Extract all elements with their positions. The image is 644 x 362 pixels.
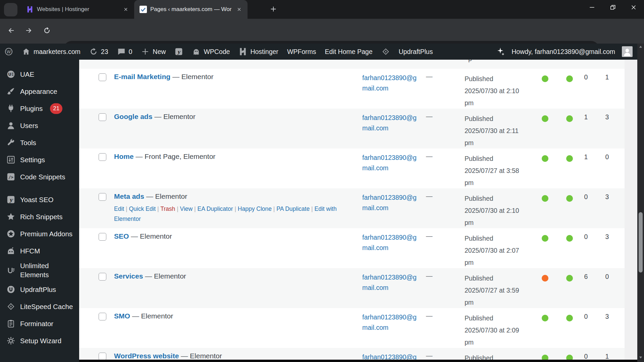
scroll-up-icon[interactable] xyxy=(637,44,644,51)
row-action-edit[interactable]: Edit xyxy=(114,205,124,212)
adminbar-updates[interactable]: 23 xyxy=(85,44,113,60)
scroll-down-icon[interactable] xyxy=(637,355,644,361)
author-link[interactable]: farhan0123890@gmail.com xyxy=(362,192,422,213)
sidebar-item-unlimited-elements[interactable]: Unlimited Elements xyxy=(0,259,79,281)
row-action-view[interactable]: View xyxy=(180,205,193,212)
adminbar-wpcode[interactable]: WPCode xyxy=(187,44,234,60)
count-column-1: 0 xyxy=(581,193,591,201)
page-title-link[interactable]: Home xyxy=(114,153,133,160)
adminbar-hostinger[interactable]: Hostinger xyxy=(234,44,282,60)
back-button[interactable] xyxy=(4,24,18,38)
yoast-icon: y xyxy=(174,47,183,56)
page-title-link[interactable]: SEO xyxy=(114,232,129,240)
browser-tabstrip: Websites | HostingerPages ‹ maarketers.c… xyxy=(0,0,644,19)
row-checkbox[interactable] xyxy=(99,233,106,241)
sidebar-item-label: Appearance xyxy=(20,87,57,96)
admin-bar-items: Wmaarketers.com230NewyWPCodeHostingerWPF… xyxy=(0,44,437,60)
restore-button[interactable] xyxy=(602,0,623,16)
sidebar-item-appearance[interactable]: Appearance xyxy=(0,83,79,100)
publish-date: Published2025/07/27 at 3:59pm xyxy=(465,272,532,308)
no-comments-dash: — xyxy=(426,352,433,360)
litespeed-icon xyxy=(381,47,390,56)
tab-close-icon[interactable] xyxy=(235,6,243,13)
row-checkbox[interactable] xyxy=(99,273,106,281)
svg-text:/>: /> xyxy=(8,175,13,180)
sidebar-item-rich-snippets[interactable]: Rich Snippets xyxy=(0,208,79,225)
sidebar-item-settings[interactable]: Settings xyxy=(0,151,79,168)
star-circle-icon xyxy=(6,229,15,239)
page-title-link[interactable]: Meta ads xyxy=(114,192,144,200)
author-link[interactable]: farhan0123890@gmail.com xyxy=(362,232,422,253)
page-title-line: WordPress website — Elementor xyxy=(114,352,222,360)
page-title-link[interactable]: SMO xyxy=(114,312,130,320)
sidebar-item-litespeed-cache[interactable]: LiteSpeed Cache xyxy=(0,298,79,315)
sidebar-item-users[interactable]: Users xyxy=(0,117,79,134)
tab-title: Pages ‹ maarketers.com — Wor xyxy=(150,6,232,13)
sidebar-item-tools[interactable]: Tools xyxy=(0,134,79,151)
page-post-state: — Elementor xyxy=(179,352,222,360)
row-checkbox[interactable] xyxy=(99,353,106,360)
adminbar-litespeed[interactable] xyxy=(377,44,394,60)
clipped-text-fragment: p xyxy=(468,60,472,63)
refresh-icon xyxy=(89,47,98,56)
row-checkbox[interactable] xyxy=(99,313,106,320)
action-separator: | xyxy=(157,205,159,212)
sparkles-icon[interactable] xyxy=(495,47,505,56)
page-title-link[interactable]: Services xyxy=(114,272,143,280)
sidebar-item-updraftplus[interactable]: UpdraftPlus xyxy=(0,281,79,298)
reload-button[interactable] xyxy=(40,24,54,38)
scrollbar-thumb[interactable] xyxy=(639,212,643,273)
adminbar-edit-home-page[interactable]: Edit Home Page xyxy=(321,44,377,60)
page-title-link[interactable]: WordPress website xyxy=(114,352,179,360)
howdy-account-link[interactable]: Howdy, farhan0123890@gmail.com xyxy=(512,48,615,56)
sidebar-item-hfcm[interactable]: HFCM xyxy=(0,242,79,259)
count-column-2: 1 xyxy=(602,73,612,81)
sidebar-item-premium-addons[interactable]: Premium Addons xyxy=(0,225,79,242)
sidebar-item-label: Settings xyxy=(20,155,45,164)
tab-websites-hostinger[interactable]: Websites | Hostinger xyxy=(21,0,134,19)
tab-search-button[interactable] xyxy=(4,3,17,16)
forward-button[interactable] xyxy=(22,24,36,38)
author-link[interactable]: farhan0123890@gmail.com xyxy=(362,312,422,333)
author-link[interactable]: farhan0123890@gmail.com xyxy=(362,113,422,133)
page-scrollbar[interactable] xyxy=(637,44,644,362)
adminbar-wpforms[interactable]: WPForms xyxy=(283,44,321,60)
new-tab-button[interactable] xyxy=(268,5,278,15)
sidebar-item-forminator[interactable]: Forminator xyxy=(0,315,79,332)
row-action-quick-edit[interactable]: Quick Edit xyxy=(129,205,156,212)
row-checkbox[interactable] xyxy=(99,193,106,201)
row-checkbox[interactable] xyxy=(99,153,106,161)
row-checkbox[interactable] xyxy=(99,113,106,121)
tab-close-icon[interactable] xyxy=(122,6,129,13)
adminbar-comments[interactable]: 0 xyxy=(113,44,137,60)
minimize-button[interactable] xyxy=(582,0,602,16)
adminbar-wp-logo[interactable]: W xyxy=(0,44,17,60)
row-action-ea-duplicator[interactable]: EA Duplicator xyxy=(197,205,233,212)
sidebar-item-yoast-seo[interactable]: yYoast SEO xyxy=(0,191,79,208)
sidebar-item-plugins[interactable]: Plugins21 xyxy=(0,100,79,117)
row-action-happy-clone[interactable]: Happy Clone xyxy=(238,205,272,212)
adminbar-site-name[interactable]: maarketers.com xyxy=(17,44,85,60)
author-link[interactable]: farhan0123890@gmail.com xyxy=(362,272,422,293)
author-link[interactable]: farhan0123890@gmail.com xyxy=(362,153,422,173)
svg-text:W: W xyxy=(7,49,11,54)
readability-score-dot xyxy=(566,115,573,122)
close-button[interactable] xyxy=(623,0,644,16)
page-title-link[interactable]: Google ads xyxy=(114,113,152,120)
row-checkbox[interactable] xyxy=(99,73,106,81)
row-action-pa-duplicate[interactable]: PA Duplicate xyxy=(276,205,310,212)
adminbar-yoast[interactable]: y xyxy=(170,44,187,60)
adminbar-new-content[interactable]: New xyxy=(137,44,170,60)
adminbar-updraftplus[interactable]: UpdraftPlus xyxy=(394,44,437,60)
sidebar-item-code-snippets[interactable]: />Code Snippets xyxy=(0,168,79,185)
sidebar-item-label: Setup Wizard xyxy=(20,336,61,345)
tab-pages-maarketers-com-wor[interactable]: Pages ‹ maarketers.com — Wor xyxy=(134,0,248,19)
row-actions: Edit | Quick Edit | Trash | View | EA Du… xyxy=(114,204,349,224)
author-link[interactable]: farhan0123890@gmail.com xyxy=(362,73,422,94)
row-action-trash[interactable]: Trash xyxy=(160,205,175,212)
page-title-link[interactable]: E-mail Marketing xyxy=(114,73,170,80)
sidebar-item-setup-wizard[interactable]: Setup Wizard xyxy=(0,332,79,349)
sidebar-item-uae[interactable]: UUAE xyxy=(0,66,79,83)
user-avatar[interactable] xyxy=(622,46,633,57)
readability-score-dot xyxy=(566,275,573,282)
